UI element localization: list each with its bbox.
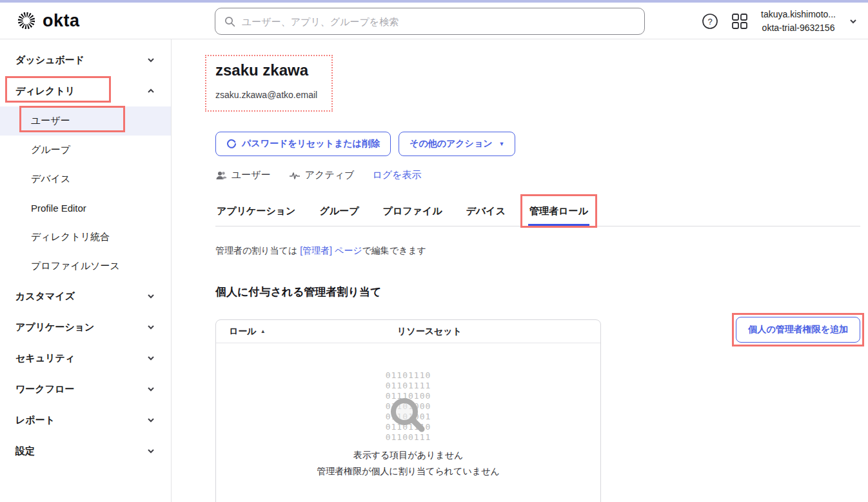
sidebar-item-customizations[interactable]: カスタマイズ [0,281,171,312]
admin-note: 管理者の割り当ては [管理者] ページで編集できます [215,245,868,257]
sidebar-item-label: 設定 [15,445,146,457]
account-chevron-down-icon[interactable] [849,17,858,26]
chevron-down-icon [146,55,155,65]
more-actions-label: その他のアクション [409,138,493,150]
chevron-down-icon [146,385,155,394]
help-icon: ? [702,13,718,30]
sidebar-item-applications[interactable]: アプリケーション [0,312,171,343]
empty-state-description: 管理者権限が個人に割り当てられていません [216,466,600,477]
sort-ascending-icon: ▲ [261,328,266,334]
sidebar-item-label: デバイス [31,173,155,185]
sidebar-item-profile-editor[interactable]: Profile Editor [0,194,171,223]
search-icon [224,16,235,27]
sidebar-item-label: セキュリティ [15,352,146,365]
search-input[interactable] [242,16,635,27]
tab-applications[interactable]: アプリケーション [215,199,297,226]
admin-roles-table: ロール ▲ リソースセット 01101110 01101111 01110100… [215,319,601,502]
reset-password-label: パスワードをリセットまたは削除 [242,138,380,150]
page-title-user-name: zsaku zkawa [215,61,317,79]
chevron-up-icon [146,86,155,95]
refresh-icon [226,139,237,149]
sidebar-item-reports[interactable]: レポート [0,405,171,436]
sidebar-item-label: ダッシュボード [15,54,146,66]
sidebar-item-directory-integrations[interactable]: ディレクトリ統合 [0,223,171,252]
chevron-down-icon [146,292,155,301]
account-org: okta-trial-9632156 [761,21,836,34]
note-suffix: で編集できます [362,245,427,256]
account-menu[interactable]: takuya.kishimoto... okta-trial-9632156 [761,8,836,34]
sidebar-item-label: ディレクトリ [15,85,146,97]
sidebar-nav: ダッシュボード ディレクトリ ユーザー グループ デバイス Profile Ed… [0,39,172,502]
app-header: okta ? takuya.kishimoto... okta-trial-9 [0,3,868,39]
svg-text:?: ? [707,17,712,26]
tab-profile[interactable]: プロファイル [382,199,444,226]
note-prefix: 管理者の割り当ては [215,245,300,256]
annotation-box-user-name: zsaku zkawa zsaku.zkawa@atko.email [205,55,333,112]
section-title: 個人に付与される管理者割り当て [215,285,868,299]
sidebar-item-devices[interactable]: デバイス [0,165,171,194]
global-search[interactable] [215,8,645,35]
okta-burst-icon [17,11,36,30]
main-content: zsaku zkawa zsaku.zkawa@atko.email パスワード… [172,39,868,502]
tab-admin-roles[interactable]: 管理者ロール [528,199,589,226]
sidebar-item-label: ディレクトリ統合 [31,231,155,243]
sidebar-item-label: ワークフロー [15,383,146,396]
sidebar-item-profile-sources[interactable]: プロファイルソース [0,252,171,281]
more-actions-button[interactable]: その他のアクション ▼ [399,132,516,156]
chevron-down-icon [146,354,155,363]
user-status-label: アクティブ [305,169,355,181]
sidebar-item-users[interactable]: ユーザー [0,106,171,136]
okta-logo[interactable]: okta [0,11,155,31]
sidebar-item-groups[interactable]: グループ [0,136,171,165]
apps-grid-icon [731,13,748,30]
sidebar-item-label: グループ [31,144,155,156]
annotation-box-add-admin: 個人の管理者権限を追加 [732,313,864,346]
sidebar-item-dashboard[interactable]: ダッシュボード [0,45,171,75]
reset-password-button[interactable]: パスワードをリセットまたは削除 [215,132,391,156]
sidebar-item-label: レポート [15,414,146,427]
sidebar-item-label: Profile Editor [31,203,155,214]
help-button[interactable]: ? [702,13,718,30]
sidebar-item-workflow[interactable]: ワークフロー [0,374,171,405]
chevron-down-icon [146,323,155,332]
magnifier-icon [388,396,428,436]
user-status: アクティブ [289,169,355,181]
tab-groups[interactable]: グループ [318,199,360,226]
brand-wordmark: okta [43,11,80,31]
person-icon [215,170,227,181]
sidebar-item-label: アプリケーション [15,321,146,334]
sidebar-item-directory[interactable]: ディレクトリ [0,75,171,106]
column-role-label: ロール [229,326,257,337]
account-user: takuya.kishimoto... [761,8,836,21]
sidebar-item-label: ユーザー [31,115,155,127]
user-email: zsaku.zkawa@atko.email [215,90,317,100]
view-logs-link[interactable]: ログを表示 [372,169,421,181]
column-header-role[interactable]: ロール ▲ [216,326,397,337]
sidebar-item-label: カスタマイズ [15,290,146,303]
user-type: ユーザー [215,169,271,181]
sidebar-item-security[interactable]: セキュリティ [0,343,171,374]
add-individual-admin-button[interactable]: 個人の管理者権限を追加 [736,317,860,343]
sidebar-item-label: プロファイルソース [31,260,155,272]
caret-down-icon: ▼ [499,141,505,147]
table-header-row: ロール ▲ リソースセット [216,320,600,343]
sidebar-item-settings[interactable]: 設定 [0,436,171,467]
tab-devices[interactable]: デバイス [465,199,507,226]
empty-state-title: 表示する項目がありません [216,450,600,461]
column-header-resource-set[interactable]: リソースセット [397,326,462,337]
admin-page-link[interactable]: [管理者] ページ [300,245,362,256]
app-switcher-button[interactable] [731,13,748,30]
profile-tabs: アプリケーション グループ プロファイル デバイス 管理者ロール [215,199,860,226]
chevron-down-icon [146,416,155,425]
chevron-down-icon [146,447,155,456]
user-type-label: ユーザー [232,169,271,181]
empty-state: 01101110 01101111 01110100 01101000 0110… [216,343,600,502]
activity-pulse-icon [289,171,301,180]
